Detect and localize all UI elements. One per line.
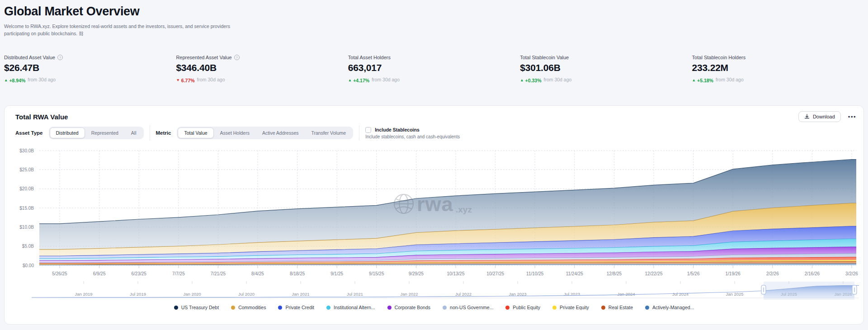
- delta-suffix: from 30d ago: [544, 77, 572, 82]
- asset-type-option[interactable]: All: [125, 127, 143, 138]
- legend-label: Commodities: [238, 305, 266, 310]
- divider: [150, 125, 150, 141]
- stat-label: Distributed Asset Value ?: [4, 55, 176, 60]
- x-tick-label: 2/2/26: [766, 271, 779, 276]
- more-options-icon[interactable]: •••: [848, 113, 856, 120]
- delta-up-icon: ▲: [520, 78, 524, 83]
- legend-dot: [645, 306, 649, 310]
- x-tick-label: 11/24/25: [566, 271, 584, 276]
- delta-suffix: from 30d ago: [28, 77, 56, 82]
- x-tick-label: 7/7/25: [172, 271, 185, 276]
- asset-type-option[interactable]: Distributed: [50, 127, 85, 138]
- delta-up-icon: ▲: [692, 78, 696, 83]
- delta-percent: +5.18%: [697, 78, 713, 83]
- legend-item[interactable]: Public Equity: [505, 305, 540, 310]
- x-tick-label: 6/23/25: [132, 271, 147, 276]
- asset-type-option[interactable]: Represented: [85, 127, 125, 138]
- stat-label-text: Distributed Asset Value: [4, 55, 55, 60]
- y-tick-label: $30.0B: [19, 148, 34, 153]
- x-tick-label: 12/8/25: [607, 271, 622, 276]
- timeline-brush[interactable]: Jan 2019Jul 2019Jan 2020Jul 2020Jan 2021…: [5, 281, 865, 301]
- delta-suffix: from 30d ago: [197, 77, 225, 82]
- stat-value: $346.40B: [176, 62, 348, 73]
- year-label: Jan 2021: [292, 292, 309, 297]
- legend-item[interactable]: Real Estate: [601, 305, 633, 310]
- stat-card-distributed-asset-value: Distributed Asset Value ? $26.47B ▲+8.94…: [4, 55, 176, 83]
- card-title: Total RWA Value: [15, 113, 68, 121]
- include-stablecoins-row: Include Stablecoins: [365, 127, 460, 133]
- metric-option[interactable]: Transfer Volume: [305, 127, 352, 138]
- metric-label: Metric: [156, 130, 171, 136]
- year-label: Jan 2019: [75, 292, 92, 297]
- download-label: Download: [813, 114, 835, 119]
- legend-item[interactable]: Actively-Managed...: [645, 305, 694, 310]
- legend-item[interactable]: Private Equity: [552, 305, 589, 310]
- chart-controls: Asset Type DistributedRepresentedAll Met…: [15, 125, 460, 141]
- card-header: Total RWA Value Download •••: [15, 111, 856, 122]
- include-stablecoins-label: Include Stablecoins: [375, 127, 420, 132]
- delta-down-icon: ▼: [176, 78, 179, 83]
- legend-dot: [443, 306, 447, 310]
- year-label: Jul 2022: [455, 292, 472, 297]
- year-label: Jan 2020: [183, 292, 201, 297]
- include-stablecoins-block: Include Stablecoins Include stablecoins,…: [365, 127, 460, 139]
- x-tick-label: 6/9/25: [93, 271, 106, 276]
- stat-delta: ▼6.77% from 30d ago: [176, 77, 348, 83]
- asset-type-segmented-control: DistributedRepresentedAll: [49, 127, 144, 139]
- x-tick-label: 11/10/25: [526, 271, 544, 276]
- stat-label: Total Asset Holders: [348, 55, 520, 60]
- legend-dot: [231, 306, 235, 310]
- x-tick-label: 8/4/25: [251, 271, 264, 276]
- metric-segmented-control: Total ValueAsset HoldersActive Addresses…: [177, 127, 353, 139]
- legend-item[interactable]: Commodities: [231, 305, 266, 310]
- metric-option[interactable]: Total Value: [178, 127, 213, 138]
- metric-option[interactable]: Active Addresses: [256, 127, 305, 138]
- help-icon[interactable]: ?: [234, 55, 240, 60]
- stat-card-total-asset-holders: Total Asset Holders 663,017 ▲+4.17% from…: [348, 55, 520, 83]
- download-button[interactable]: Download: [798, 111, 841, 122]
- y-tick-label: $10.0B: [19, 225, 34, 230]
- delta-up-icon: ▲: [348, 78, 352, 83]
- legend-label: non-US Governme...: [450, 305, 493, 310]
- page-subtitle: Welcome to RWA.xyz. Explore tokenized re…: [4, 23, 252, 38]
- legend-item[interactable]: Corporate Bonds: [387, 305, 430, 310]
- stat-card-total-stablecoin-value: Total Stablecoin Value $301.06B ▲+0.33% …: [520, 55, 692, 83]
- legend-item[interactable]: Institutional Altern...: [326, 305, 375, 310]
- total-rwa-value-card: Total RWA Value Download ••• Asset Type …: [4, 105, 864, 325]
- include-stablecoins-checkbox[interactable]: [365, 127, 371, 133]
- y-tick-label: $15.0B: [19, 206, 34, 211]
- legend-dot: [326, 306, 330, 310]
- year-label: Jan 2024: [617, 292, 635, 297]
- legend-item[interactable]: Private Credit: [278, 305, 314, 310]
- metric-option[interactable]: Asset Holders: [214, 127, 256, 138]
- stat-value: 233.22M: [692, 62, 864, 73]
- x-tick-label: 3/2/26: [845, 271, 858, 276]
- stat-value: 663,017: [348, 62, 520, 73]
- total-rwa-value-chart[interactable]: $30.0B$25.0B$20.0B$15.0B$10.0B$5.0B$0.00…: [5, 145, 865, 279]
- stat-label-text: Total Stablecoin Value: [520, 55, 569, 60]
- legend-item[interactable]: US Treasury Debt: [174, 305, 219, 310]
- page-header: Global Market Overview Welcome to RWA.xy…: [4, 5, 252, 38]
- stats-row: Distributed Asset Value ? $26.47B ▲+8.94…: [4, 55, 864, 83]
- stat-delta: ▲+0.33% from 30d ago: [520, 77, 692, 83]
- watermark-text: rwa: [417, 193, 453, 216]
- legend-dot: [505, 306, 509, 310]
- stat-label: Total Stablecoin Value: [520, 55, 692, 60]
- stat-card-represented-asset-value: Represented Asset Value ? $346.40B ▼6.77…: [176, 55, 348, 83]
- y-tick-label: $20.0B: [19, 186, 34, 191]
- card-header-actions: Download •••: [798, 111, 856, 122]
- legend-item[interactable]: non-US Governme...: [443, 305, 493, 310]
- delta-percent: +8.94%: [9, 78, 25, 83]
- download-icon: [804, 114, 810, 119]
- x-tick-label: 9/1/25: [330, 271, 343, 276]
- stat-label: Represented Asset Value ?: [176, 55, 348, 60]
- x-tick-label: 12/22/25: [645, 271, 663, 276]
- x-tick-label: 1/19/26: [726, 271, 741, 276]
- year-label: Jul 2024: [672, 292, 689, 297]
- page: Global Market Overview Welcome to RWA.xy…: [0, 0, 868, 330]
- stat-label-text: Total Stablecoin Holders: [692, 55, 746, 60]
- legend-dot: [601, 306, 605, 310]
- year-label: Jul 2020: [238, 292, 255, 297]
- help-icon[interactable]: ?: [57, 55, 63, 60]
- delta-up-icon: ▲: [4, 78, 8, 83]
